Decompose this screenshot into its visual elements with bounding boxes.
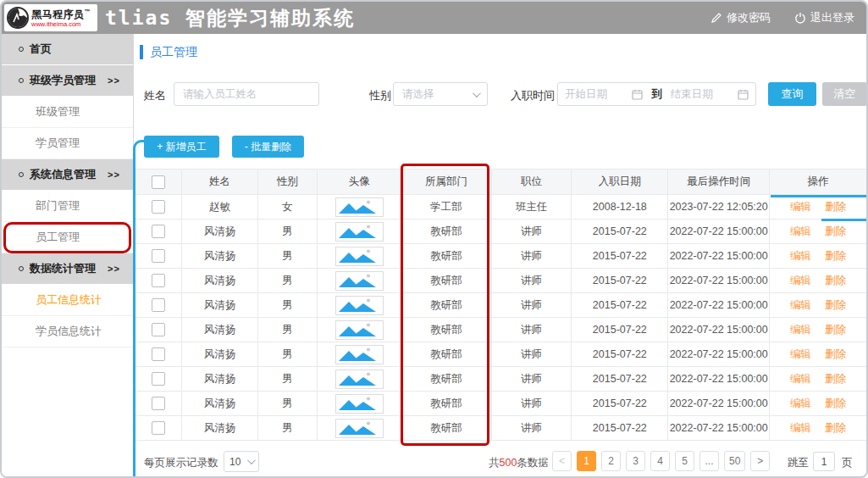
image-placeholder-icon: [336, 247, 382, 264]
edit-link[interactable]: 编辑: [790, 397, 811, 411]
delete-link[interactable]: 删除: [825, 249, 846, 264]
cell-gender: 男: [258, 367, 318, 392]
edit-link[interactable]: 编辑: [790, 298, 811, 313]
cell-gender: 男: [258, 244, 318, 269]
jump-to-label: 跳至: [788, 456, 809, 470]
avatar-image: [335, 197, 384, 217]
delete-link[interactable]: 删除: [825, 274, 846, 288]
expand-arrow-icon: >>: [108, 170, 120, 180]
image-placeholder-icon: [336, 395, 382, 412]
cell-job: 班主任: [492, 195, 572, 220]
pagination-page-50[interactable]: 50: [724, 451, 745, 471]
image-placeholder-icon: [336, 198, 382, 215]
pagination-page-2[interactable]: 2: [601, 451, 621, 471]
cell-department: 教研部: [402, 293, 492, 318]
edit-link[interactable]: 编辑: [790, 372, 811, 386]
bullet-icon: [19, 172, 24, 177]
sidebar-item-home[interactable]: 首页: [2, 34, 133, 65]
row-checkbox-cell: [135, 220, 182, 244]
row-checkbox[interactable]: [152, 298, 165, 312]
cell-update-time: 2022-07-22 15:00:00: [668, 220, 770, 244]
sidebar-item-system-info-mgmt[interactable]: 系统信息管理>>: [2, 159, 133, 191]
cell-entry-date: 2015-07-22: [572, 293, 668, 318]
select-all-checkbox[interactable]: [152, 175, 165, 189]
sidebar-item-student-stats[interactable]: 学员信息统计: [2, 316, 133, 347]
row-checkbox[interactable]: [152, 323, 165, 336]
sidebar-item-class-mgmt[interactable]: 班级管理: [2, 97, 133, 128]
jump-page-input[interactable]: [813, 452, 835, 471]
row-checkbox[interactable]: [152, 421, 165, 435]
pagination-page-3[interactable]: 3: [626, 451, 645, 471]
sidebar-item-employee-stats[interactable]: 员工信息统计: [2, 285, 133, 316]
sidebar-item-class-student-mgmt[interactable]: 班级学员管理>>: [2, 65, 133, 97]
sidebar-item-data-stats-mgmt[interactable]: 数据统计管理>>: [2, 253, 133, 285]
clear-button[interactable]: 清空: [822, 82, 867, 106]
cell-gender: 男: [258, 416, 318, 441]
sidebar-item-label: 数据统计管理: [30, 261, 96, 276]
delete-link[interactable]: 删除: [825, 397, 846, 411]
hiredate-label: 入职时间: [511, 88, 555, 103]
cell-entry-date: 2015-07-22: [572, 220, 668, 244]
pagination-page-4[interactable]: 4: [650, 451, 670, 471]
pagination-next[interactable]: >: [750, 451, 770, 471]
row-checkbox[interactable]: [152, 225, 165, 238]
sidebar-item-employee-mgmt[interactable]: 员工管理: [2, 222, 133, 253]
sidebar-item-label: 班级学员管理: [30, 73, 96, 88]
row-checkbox[interactable]: [152, 274, 165, 287]
cell-name: 赵敏: [182, 195, 258, 220]
edit-link[interactable]: 编辑: [790, 274, 811, 288]
image-placeholder-icon: [336, 346, 382, 363]
logout-button[interactable]: 退出登录: [794, 10, 854, 25]
edit-link[interactable]: 编辑: [790, 225, 811, 239]
cell-operations: 编辑删除: [770, 195, 867, 220]
edit-link[interactable]: 编辑: [790, 200, 811, 214]
cell-operations: 编辑删除: [770, 269, 867, 293]
delete-link[interactable]: 删除: [825, 372, 846, 386]
name-input[interactable]: [174, 82, 319, 106]
cell-name: 风清扬: [182, 367, 258, 392]
edit-link[interactable]: 编辑: [790, 249, 811, 264]
cell-name: 风清扬: [182, 416, 258, 441]
delete-link[interactable]: 删除: [825, 225, 846, 239]
change-password-label: 修改密码: [727, 10, 771, 25]
delete-link[interactable]: 删除: [825, 323, 846, 337]
itheima-logo-icon: [7, 7, 29, 29]
avatar-image: [335, 222, 384, 242]
cell-operations: 编辑删除: [770, 220, 867, 244]
row-checkbox[interactable]: [152, 249, 165, 263]
sidebar-item-label: 首页: [30, 42, 52, 57]
cell-entry-date: 2015-07-22: [572, 342, 668, 367]
edit-link[interactable]: 编辑: [790, 347, 811, 362]
sidebar-item-student-mgmt[interactable]: 学员管理: [2, 128, 133, 159]
gender-select[interactable]: 请选择: [393, 82, 488, 106]
table-row: 风清扬男 教研部讲师2015-07-222022-07-22 15:00:00编…: [135, 416, 867, 441]
hiredate-range-picker[interactable]: 开始日期 到 结束日期: [557, 82, 756, 106]
edit-link[interactable]: 编辑: [790, 421, 811, 436]
search-button[interactable]: 查询: [768, 82, 816, 106]
row-checkbox-cell: [135, 392, 182, 416]
pagination-page-5[interactable]: 5: [675, 451, 694, 471]
sidebar-item-dept-mgmt[interactable]: 部门管理: [2, 191, 133, 222]
bullet-icon: [19, 47, 24, 52]
page-size-select[interactable]: 10: [224, 451, 259, 472]
edit-link[interactable]: 编辑: [790, 323, 811, 337]
change-password-button[interactable]: 修改密码: [710, 10, 771, 25]
row-checkbox[interactable]: [152, 347, 165, 361]
batch-delete-button[interactable]: - 批量删除: [232, 136, 304, 158]
pagination-ellipsis[interactable]: ...: [699, 451, 719, 471]
table-row: 风清扬男 教研部讲师2015-07-222022-07-22 15:00:00编…: [135, 367, 867, 392]
pagination-page-1[interactable]: 1: [577, 451, 596, 471]
add-employee-button[interactable]: + 新增员工: [144, 136, 219, 158]
trademark: ™: [85, 8, 91, 14]
row-checkbox[interactable]: [152, 372, 165, 386]
row-checkbox[interactable]: [152, 397, 165, 410]
delete-link[interactable]: 删除: [825, 200, 846, 214]
delete-link[interactable]: 删除: [825, 298, 846, 313]
delete-link[interactable]: 删除: [825, 421, 846, 436]
cell-operations: 编辑删除: [770, 244, 867, 269]
row-checkbox[interactable]: [152, 200, 165, 214]
delete-link[interactable]: 删除: [825, 347, 846, 362]
sidebar: 首页班级学员管理>>班级管理学员管理系统信息管理>>部门管理员工管理数据统计管理…: [2, 34, 134, 476]
avatar-image: [335, 320, 384, 340]
page-title-accent-bar: [140, 45, 143, 59]
